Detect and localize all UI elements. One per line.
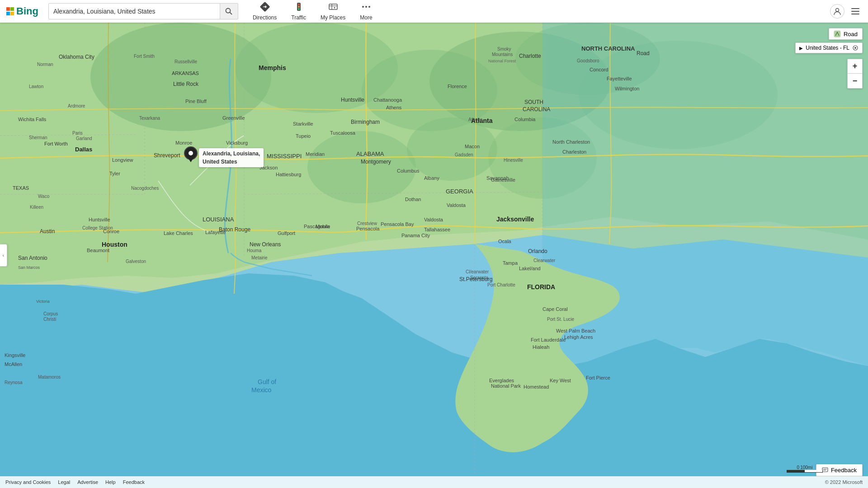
svg-text:Everglades: Everglades [489, 378, 514, 383]
svg-text:Texarkana: Texarkana [139, 116, 160, 121]
nav-item-more[interactable]: More [354, 0, 378, 23]
svg-text:Matamoros: Matamoros [38, 375, 61, 380]
svg-text:Charlotte: Charlotte [519, 53, 541, 59]
svg-point-29 [407, 117, 497, 181]
svg-point-28 [307, 131, 416, 203]
svg-text:Lake Charles: Lake Charles [164, 230, 193, 236]
zoom-in-button[interactable]: + [848, 59, 862, 74]
search-input[interactable]: Alexandria, Louisiana, United States [49, 8, 220, 15]
footer-legal-link[interactable]: Legal [58, 479, 70, 485]
svg-text:Fayetteville: Fayetteville [607, 76, 632, 81]
svg-text:Corpus: Corpus [43, 311, 58, 316]
svg-text:Vicksburg: Vicksburg [226, 140, 248, 145]
svg-text:Killeen: Killeen [30, 205, 43, 210]
user-button[interactable] [830, 4, 844, 19]
footer-feedback-link[interactable]: Feedback [123, 479, 145, 485]
svg-text:Nacogdoches: Nacogdoches [131, 186, 159, 191]
user-icon [833, 7, 841, 15]
svg-text:National Forest: National Forest [488, 59, 516, 63]
svg-text:Sherman: Sherman [29, 135, 47, 140]
nav-items: Directions Traffic [246, 0, 379, 23]
bing-logo[interactable]: Bing [0, 5, 45, 17]
svg-text:Wichita Falls: Wichita Falls [18, 117, 47, 122]
footer-help-link[interactable]: Help [105, 479, 116, 485]
svg-text:Port St. Lucie: Port St. Lucie [547, 317, 574, 322]
svg-text:Kingsville: Kingsville [5, 352, 25, 358]
svg-text:Columbia: Columbia [514, 117, 536, 122]
myplaces-icon [328, 2, 338, 14]
svg-text:Port Charlotte: Port Charlotte [487, 282, 515, 287]
svg-text:West Palm Beach: West Palm Beach [556, 328, 595, 333]
svg-text:MISSISSIPPI: MISSISSIPPI [267, 153, 302, 160]
svg-text:Cape Coral: Cape Coral [542, 306, 568, 312]
svg-point-14 [836, 9, 839, 12]
svg-text:GEORGIA: GEORGIA [446, 188, 473, 195]
feedback-button[interactable]: Feedback [816, 464, 863, 476]
bing-wordmark: Bing [16, 5, 38, 17]
svg-text:Russellville: Russellville [175, 59, 197, 64]
svg-text:Beaumont: Beaumont [87, 248, 109, 253]
search-button[interactable] [220, 4, 238, 19]
scale-line [787, 470, 823, 473]
svg-text:Fort Smith: Fort Smith [134, 54, 155, 59]
svg-text:Jacksonville: Jacksonville [496, 216, 534, 223]
hamburger-icon [851, 8, 859, 14]
svg-text:Mobile: Mobile [316, 224, 330, 229]
svg-text:Birmingham: Birmingham [351, 119, 380, 125]
svg-text:Huntsville: Huntsville [89, 217, 110, 222]
svg-text:Hialeah: Hialeah [533, 344, 549, 350]
scale-bar: 0 100mi [787, 465, 823, 473]
menu-button[interactable] [848, 4, 863, 19]
svg-text:Panama City: Panama City [401, 233, 430, 238]
footer-advertise-link[interactable]: Advertise [77, 479, 98, 485]
nav-item-directions[interactable]: Directions [246, 0, 283, 23]
svg-marker-166 [188, 157, 194, 162]
svg-text:Dothan: Dothan [405, 197, 421, 202]
region-selector[interactable]: ▶ United States - FL [795, 42, 863, 53]
svg-text:Mountains: Mountains [492, 52, 513, 57]
directions-label: Directions [253, 14, 277, 21]
svg-text:Christi: Christi [43, 317, 56, 322]
svg-text:Columbus: Columbus [397, 168, 420, 174]
svg-point-165 [189, 151, 193, 155]
region-settings-icon [852, 45, 859, 51]
pin-label: Alexandria, Louisiana, United States [199, 148, 264, 167]
svg-point-10 [334, 7, 335, 9]
svg-text:ALABAMA: ALABAMA [356, 150, 384, 157]
map-container[interactable]: Oklahoma City Norman Lawton Ardmore Wich… [0, 23, 868, 488]
svg-text:ARKANSAS: ARKANSAS [172, 70, 199, 76]
svg-text:Pine Bluff: Pine Bluff [185, 99, 207, 104]
svg-text:Albany: Albany [424, 175, 439, 181]
zoom-out-button[interactable]: − [848, 74, 862, 88]
svg-text:LOUISIANA: LOUISIANA [203, 216, 234, 223]
svg-text:Macon: Macon [465, 144, 480, 149]
svg-text:Galveston: Galveston [126, 259, 146, 264]
svg-text:Tyler: Tyler [109, 171, 120, 176]
svg-text:Victoria: Victoria [36, 299, 50, 304]
feedback-label: Feedback [831, 467, 857, 474]
svg-text:Mexico: Mexico [251, 386, 272, 394]
svg-text:San Antonio: San Antonio [18, 255, 47, 261]
svg-text:Clearwater: Clearwater [533, 258, 556, 263]
more-icon [361, 2, 371, 14]
svg-text:Lawton: Lawton [29, 84, 43, 89]
svg-text:Valdosta: Valdosta [424, 217, 443, 222]
collapse-sidebar-button[interactable]: ‹ [0, 244, 7, 267]
svg-text:Goodsboro: Goodsboro [577, 58, 599, 63]
svg-point-11 [362, 6, 364, 8]
svg-point-169 [854, 47, 856, 49]
svg-point-5 [298, 6, 300, 8]
svg-text:Tuscaloosa: Tuscaloosa [330, 130, 356, 136]
nav-item-myplaces[interactable]: My Places [314, 0, 352, 23]
footer-privacy-link[interactable]: Privacy and Cookies [5, 479, 51, 485]
svg-text:Little Rock: Little Rock [173, 81, 199, 87]
svg-text:Athens: Athens [386, 105, 402, 110]
svg-text:Ardmore: Ardmore [68, 103, 85, 108]
nav-item-traffic[interactable]: Traffic [285, 0, 312, 23]
svg-text:National Park: National Park [491, 383, 521, 389]
svg-text:Lehigh Acres: Lehigh Acres [564, 334, 593, 340]
svg-text:FLORIDA: FLORIDA [527, 283, 555, 291]
map-type-control[interactable]: Road [829, 28, 863, 40]
svg-text:Valdosta: Valdosta [447, 202, 466, 208]
svg-text:Pensacola: Pensacola [356, 226, 380, 231]
